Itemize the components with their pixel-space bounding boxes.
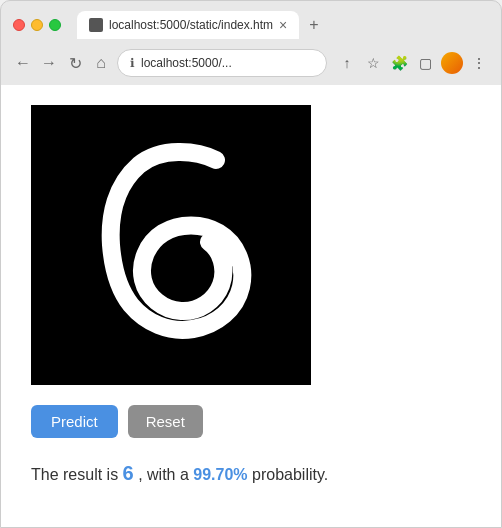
result-middle: , with a	[138, 466, 189, 483]
result-digit-value: 6	[123, 462, 134, 484]
tab-title: localhost:5000/static/index.htm	[109, 18, 273, 32]
tab-bar: localhost:5000/static/index.htm × +	[77, 11, 489, 39]
extensions-icon[interactable]: 🧩	[389, 53, 409, 73]
browser-window: localhost:5000/static/index.htm × + ← → …	[0, 0, 502, 528]
bookmark-icon[interactable]: ☆	[363, 53, 383, 73]
address-bar[interactable]: ℹ localhost:5000/...	[117, 49, 327, 77]
sidebar-icon[interactable]: ▢	[415, 53, 435, 73]
traffic-lights	[13, 19, 61, 31]
secure-icon: ℹ	[130, 56, 135, 70]
address-text: localhost:5000/...	[141, 56, 314, 70]
back-button[interactable]: ←	[13, 52, 33, 74]
title-bar: localhost:5000/static/index.htm × +	[1, 1, 501, 45]
page-content: Predict Reset The result is 6 , with a 9…	[1, 85, 501, 527]
toolbar-icons: ↑ ☆ 🧩 ▢ ⋮	[337, 52, 489, 74]
tab-close-icon[interactable]: ×	[279, 18, 287, 32]
new-tab-button[interactable]: +	[303, 14, 324, 36]
share-icon[interactable]: ↑	[337, 53, 357, 73]
digit-canvas[interactable]	[31, 105, 311, 385]
active-tab[interactable]: localhost:5000/static/index.htm ×	[77, 11, 299, 39]
tab-favicon-icon	[89, 18, 103, 32]
reset-button[interactable]: Reset	[128, 405, 203, 438]
result-prefix: The result is	[31, 466, 118, 483]
home-button[interactable]: ⌂	[91, 52, 111, 74]
reload-button[interactable]: ↻	[65, 52, 85, 75]
result-suffix: probability.	[252, 466, 328, 483]
digit-image	[31, 105, 311, 385]
menu-icon[interactable]: ⋮	[469, 53, 489, 73]
forward-button[interactable]: →	[39, 52, 59, 74]
address-bar-row: ← → ↻ ⌂ ℹ localhost:5000/... ↑ ☆ 🧩 ▢ ⋮	[1, 45, 501, 85]
result-text: The result is 6 , with a 99.70% probabil…	[31, 458, 328, 488]
maximize-window-button[interactable]	[49, 19, 61, 31]
result-probability-value: 99.70%	[193, 466, 247, 483]
close-window-button[interactable]	[13, 19, 25, 31]
profile-avatar[interactable]	[441, 52, 463, 74]
predict-button[interactable]: Predict	[31, 405, 118, 438]
button-row: Predict Reset	[31, 405, 203, 438]
minimize-window-button[interactable]	[31, 19, 43, 31]
